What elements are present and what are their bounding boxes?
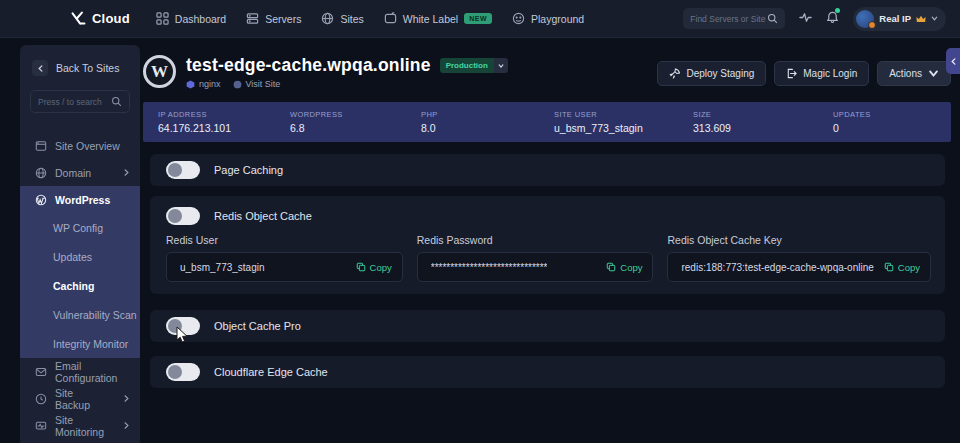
email-icon: [35, 366, 47, 378]
environment-label: Production: [440, 58, 494, 73]
copy-button[interactable]: Copy: [596, 262, 642, 273]
nav-item-playground[interactable]: Playground: [512, 12, 584, 25]
nav-item-dashboard[interactable]: Dashboard: [156, 12, 226, 25]
servers-icon: [246, 12, 259, 25]
redis-fields: Redis User u_bsm_773_stagin Copy Redis P…: [150, 232, 945, 294]
nav-item-white-label[interactable]: White Label NEW: [384, 12, 492, 25]
sidebar-item-label: WP Config: [53, 222, 103, 234]
sidebar-item-integrity-monitor[interactable]: Integrity Monitor: [20, 329, 140, 358]
object-cache-pro-label: Object Cache Pro: [214, 320, 301, 332]
redis-object-cache-toggle[interactable]: [166, 207, 200, 225]
deploy-staging-button[interactable]: Deploy Staging: [657, 61, 766, 86]
sidebar-item-label: Site Backup: [55, 387, 107, 411]
copy-button[interactable]: Copy: [346, 262, 392, 273]
cloudflare-edge-cache-card: Cloudflare Edge Cache: [150, 356, 945, 388]
sidebar-item-wp-config[interactable]: WP Config: [20, 213, 140, 242]
user-menu[interactable]: Real IP: [853, 7, 946, 31]
sidebar-item-site-overview[interactable]: Site Overview: [20, 132, 140, 159]
sidebar-item-label: Domain: [55, 167, 91, 179]
domain-icon: [35, 167, 47, 179]
field-label: Redis Object Cache Key: [667, 234, 931, 246]
playground-icon: [512, 12, 525, 25]
page-caching-toggle[interactable]: [166, 161, 200, 179]
redis-password-input[interactable]: ****************************** Copy: [417, 252, 654, 282]
copy-label: Copy: [620, 262, 642, 273]
sidebar-search-input[interactable]: [38, 97, 110, 107]
sidebar-item-email-configuration[interactable]: Email Configuration: [20, 358, 140, 385]
info-value: u_bsm_773_stagin: [554, 122, 693, 134]
cloudflare-edge-cache-label: Cloudflare Edge Cache: [214, 366, 328, 378]
environment-dropdown[interactable]: [494, 58, 508, 73]
deploy-staging-label: Deploy Staging: [686, 68, 754, 79]
back-to-sites-button[interactable]: Back To Sites: [20, 45, 140, 76]
field-value: u_bsm_773_stagin: [180, 262, 265, 273]
info-ip-address: IP ADDRESS 64.176.213.101: [158, 110, 290, 134]
info-value: 0: [833, 122, 951, 134]
field-label: Redis Password: [417, 234, 654, 246]
wordpress-site-logo: W: [143, 55, 176, 88]
global-search-input[interactable]: [690, 14, 766, 24]
sidebar-search[interactable]: [30, 90, 130, 113]
redis-object-cache-card: Redis Object Cache Redis User u_bsm_773_…: [150, 196, 945, 294]
user-name: Real IP: [879, 13, 911, 24]
nav-item-servers[interactable]: Servers: [246, 12, 301, 25]
redis-password-field: Redis Password *************************…: [417, 234, 654, 282]
sidebar-item-caching[interactable]: Caching: [20, 271, 140, 300]
chevron-right-icon: [123, 395, 130, 402]
wordpress-icon: [35, 194, 47, 206]
white-label-icon: [384, 12, 397, 25]
sidebar-item-updates[interactable]: Updates: [20, 242, 140, 271]
actions-button[interactable]: Actions: [877, 61, 951, 86]
primary-nav: Dashboard Servers Sites White Label NEW …: [156, 12, 584, 25]
sidebar-item-label: WordPress: [55, 194, 110, 206]
sites-icon: [321, 12, 334, 25]
info-label: SITE USER: [554, 110, 693, 119]
redis-user-input[interactable]: u_bsm_773_stagin Copy: [166, 252, 403, 282]
nav-item-sites[interactable]: Sites: [321, 12, 363, 25]
sidebar-item-vulnerability-scan[interactable]: Vulnerability Scan: [20, 300, 140, 329]
redis-cache-key-field: Redis Object Cache Key redis:188:773:tes…: [667, 234, 931, 282]
avatar: [856, 10, 874, 28]
nav-item-label: Sites: [340, 13, 363, 25]
info-site-user: SITE USER u_bsm_773_stagin: [554, 110, 693, 134]
info-wordpress-version: WORDPRESS 6.8: [290, 110, 421, 134]
visit-site-link[interactable]: Visit Site: [233, 79, 281, 89]
copy-icon: [606, 262, 616, 272]
chevron-down-icon: [931, 15, 938, 22]
notifications-bell-icon[interactable]: [826, 10, 839, 28]
sidebar-item-label: Vulnerability Scan: [53, 309, 137, 321]
sidebar-item-label: Integrity Monitor: [53, 338, 128, 350]
login-icon: [786, 68, 797, 79]
header-actions: Deploy Staging Magic Login Actions: [657, 61, 951, 86]
info-value: 313.609: [693, 122, 833, 134]
copy-label: Copy: [898, 262, 920, 273]
rocket-icon: [669, 68, 680, 79]
object-cache-pro-toggle[interactable]: [166, 317, 200, 335]
visit-site-label: Visit Site: [246, 79, 281, 89]
field-label: Redis User: [166, 234, 403, 246]
brand-logo[interactable]: Cloud: [70, 10, 130, 27]
info-label: IP ADDRESS: [158, 110, 290, 119]
info-label: SIZE: [693, 110, 833, 119]
side-panel-tab[interactable]: [946, 48, 960, 74]
sidebar-item-wordpress[interactable]: WordPress: [20, 186, 140, 213]
brand-name: Cloud: [92, 11, 130, 26]
xcloud-logo-icon: [70, 10, 87, 27]
sidebar-item-site-monitoring[interactable]: Site Monitoring: [20, 412, 140, 439]
cloudflare-edge-cache-toggle[interactable]: [166, 363, 200, 381]
redis-object-cache-label: Redis Object Cache: [214, 210, 312, 222]
crown-icon: [916, 15, 926, 23]
sidebar-item-site-backup[interactable]: Site Backup: [20, 385, 140, 412]
copy-button[interactable]: Copy: [874, 262, 920, 273]
chevron-right-icon: [123, 169, 130, 176]
sidebar-item-domain[interactable]: Domain: [20, 159, 140, 186]
activity-icon[interactable]: [799, 10, 812, 28]
magic-login-button[interactable]: Magic Login: [774, 61, 869, 86]
info-value: 8.0: [421, 122, 554, 134]
nav-item-label: White Label: [403, 13, 458, 25]
search-icon: [767, 13, 778, 24]
global-search[interactable]: [683, 8, 785, 29]
environment-badge[interactable]: Production: [440, 58, 508, 73]
redis-user-field: Redis User u_bsm_773_stagin Copy: [166, 234, 403, 282]
redis-cache-key-input[interactable]: redis:188:773:test-edge-cache-wpqa-onlin…: [667, 252, 931, 282]
